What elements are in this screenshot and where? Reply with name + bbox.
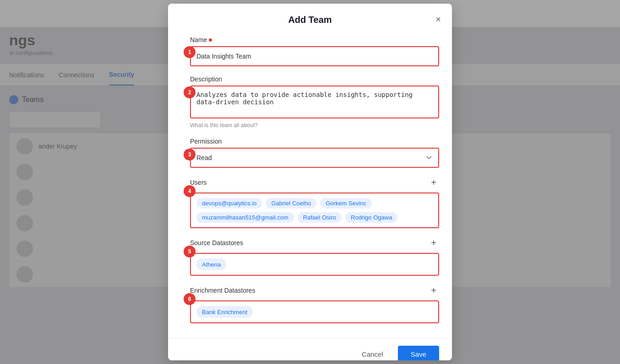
source-datastores-field-group: Source Datastores + Athena xyxy=(181,237,439,276)
user-tag[interactable]: Rodrigo Ogawa xyxy=(345,212,397,223)
add-source-datastore-button[interactable]: + xyxy=(428,237,439,248)
enrichment-datastores-field-group: Enrichment Datastores + Bank Enrichment xyxy=(181,285,439,323)
modal-header: Add Team × xyxy=(168,4,452,32)
users-section-header: Users + xyxy=(190,177,439,188)
add-team-modal: Add Team × 1 Name 2 De xyxy=(168,4,452,360)
step-badge-3: 3 xyxy=(184,149,196,161)
description-hint: What is this team all about? xyxy=(190,122,439,128)
add-user-button[interactable]: + xyxy=(428,177,439,188)
source-datastore-tag[interactable]: Athena xyxy=(196,258,226,270)
step-badge-6: 6 xyxy=(184,293,196,305)
users-tags-container: devops@qualytics.io Gabriel Coelho Gorke… xyxy=(190,193,439,228)
name-field-group: Name xyxy=(181,36,439,66)
step-badge-1: 1 xyxy=(184,46,196,58)
source-datastores-label: Source Datastores xyxy=(190,239,243,246)
permission-select[interactable]: Read Write Admin xyxy=(190,148,439,168)
close-button[interactable]: × xyxy=(434,13,443,26)
enrichment-datastores-label: Enrichment Datastores xyxy=(190,287,255,294)
user-tag[interactable]: Gabriel Coelho xyxy=(266,198,316,209)
cancel-button[interactable]: Cancel xyxy=(354,347,391,360)
enrichment-datastores-section-header: Enrichment Datastores + xyxy=(190,285,439,296)
name-label: Name xyxy=(190,36,439,43)
modal-title: Add Team xyxy=(288,15,332,25)
add-enrichment-datastore-button[interactable]: + xyxy=(428,285,439,296)
user-tag[interactable]: devops@qualytics.io xyxy=(196,198,262,209)
enrichment-datastores-tags-container: Bank Enrichment xyxy=(190,300,439,323)
modal-overlay: Add Team × 1 Name 2 De xyxy=(0,0,620,364)
source-datastores-tags-container: Athena xyxy=(190,253,439,276)
permission-field-group: Permission Read Write Admin xyxy=(181,138,439,168)
source-datastores-section-header: Source Datastores + xyxy=(190,237,439,248)
modal-footer: Cancel Save xyxy=(168,338,452,360)
permission-label: Permission xyxy=(190,138,439,145)
description-input[interactable]: Analyzes data to provide actionable insi… xyxy=(190,86,439,118)
modal-body: 1 Name 2 Description Analyzes data to pr… xyxy=(168,32,452,338)
required-indicator xyxy=(209,38,212,42)
user-tag[interactable]: muzammilhasan515@gmail.com xyxy=(196,212,294,223)
description-label: Description xyxy=(190,75,439,83)
users-label: Users xyxy=(190,179,207,186)
save-button[interactable]: Save xyxy=(398,346,439,360)
enrichment-datastore-tag[interactable]: Bank Enrichment xyxy=(196,306,253,318)
user-tag[interactable]: Rafael Osiro xyxy=(298,212,342,223)
step-badge-5: 5 xyxy=(184,246,196,257)
user-tag[interactable]: Gorkem Sevinc xyxy=(320,198,372,209)
step-badge-2: 2 xyxy=(184,86,196,98)
step-badge-4: 4 xyxy=(184,185,196,197)
name-input[interactable] xyxy=(190,46,439,66)
users-field-group: Users + devops@qualytics.io Gabriel Coel… xyxy=(181,177,439,228)
description-field-group: Description Analyzes data to provide act… xyxy=(181,75,439,128)
